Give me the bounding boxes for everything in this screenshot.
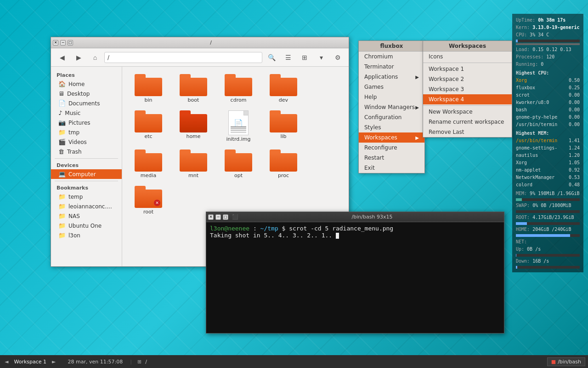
- cpu-bar-white: [516, 43, 580, 45]
- taskbar-left: ◄ Workspace 1 ► 28 mar, ven 11:57:08 | ⊞…: [0, 359, 151, 365]
- terminal-close-button[interactable]: ✕: [208, 214, 214, 220]
- stats-load-row: Load: 0.15 0.12 0.13: [516, 46, 580, 53]
- menu-header: fluxbox: [359, 41, 424, 52]
- taskbar-wm-icon: ⊞: [136, 359, 143, 365]
- music-icon: ♪: [58, 109, 62, 116]
- file-item-media[interactable]: media: [128, 148, 169, 180]
- sidebar-item-ubuntu-one[interactable]: 📁 Ubuntu One: [51, 221, 122, 230]
- terminal-user: l3on: [210, 225, 224, 232]
- sidebar-item-music[interactable]: ♪ Music: [51, 108, 122, 118]
- search-button[interactable]: 🔍: [264, 51, 279, 64]
- menu-item-styles[interactable]: Styles: [359, 122, 424, 132]
- close-button[interactable]: ✕: [53, 40, 58, 46]
- ws-new[interactable]: New Workspace: [423, 107, 512, 117]
- sidebar-item-home[interactable]: 🏠 Home: [51, 79, 122, 89]
- highest-mem-label: Highest MEM:: [516, 130, 580, 137]
- menu-item-exit[interactable]: Exit: [359, 163, 424, 173]
- back-button[interactable]: ◀: [55, 51, 69, 64]
- sidebar-item-leoiannaconc[interactable]: 📁 leoiannaconc....: [51, 201, 122, 211]
- net-label: NET:: [516, 238, 580, 246]
- ws-rename[interactable]: Rename current workspace: [423, 117, 512, 127]
- maximize-button[interactable]: □: [68, 40, 73, 46]
- menu-item-restart[interactable]: Restart: [359, 153, 424, 163]
- menu-item-configuration[interactable]: Configuration: [359, 112, 424, 122]
- terminal-maximize-button[interactable]: □: [223, 214, 228, 220]
- ws-item-3[interactable]: Workspace 3: [423, 84, 512, 94]
- menu-item-workspaces[interactable]: Workspaces ▶: [359, 132, 424, 143]
- menu-item-terminator[interactable]: Terminator: [359, 62, 424, 72]
- ws-icons[interactable]: Icons: [423, 52, 512, 62]
- forward-button[interactable]: ▶: [71, 51, 86, 64]
- terminal-cursor: [336, 233, 339, 239]
- taskbar-sep2: |: [130, 359, 132, 365]
- ws-item-1[interactable]: Workspace 1: [423, 64, 512, 74]
- ws-remove[interactable]: Remove Last: [423, 127, 512, 137]
- net-up-bar-container: [516, 254, 580, 257]
- ws-divider-2: [423, 105, 512, 106]
- submenu-arrow-ws: ▶: [415, 135, 419, 140]
- videos-icon: 🎬: [58, 138, 66, 145]
- workspace-next-btn[interactable]: ►: [51, 359, 57, 365]
- file-item-home[interactable]: home: [173, 109, 214, 144]
- documents-icon: 📄: [58, 100, 66, 107]
- list-view-button[interactable]: ☰: [281, 51, 295, 64]
- terminal-path: ~/tmp: [260, 225, 278, 232]
- mem-proc-nautilus: nautilus1.20: [516, 152, 580, 159]
- location-bar[interactable]: /: [104, 52, 262, 63]
- root-row: ROOT: 4.17GiB/23.9GiB: [516, 214, 580, 221]
- file-item-cdrom[interactable]: cdrom: [218, 72, 259, 105]
- sidebar-item-documents[interactable]: 📄 Documents: [51, 98, 122, 108]
- file-item-opt[interactable]: opt: [218, 148, 259, 180]
- cpu-proc-xorg: Xorg 0.50: [516, 77, 580, 84]
- terminal-minimize-button[interactable]: −: [215, 214, 221, 220]
- terminal-host: neenee: [228, 225, 249, 232]
- menu-item-reconfigure[interactable]: Reconfigure: [359, 143, 424, 153]
- sidebar-item-tmp[interactable]: 📁 tmp: [51, 127, 122, 137]
- file-item-boot[interactable]: boot: [173, 72, 214, 105]
- menu-item-chromium[interactable]: Chromium: [359, 52, 424, 62]
- ws-item-4[interactable]: Workspace 4: [423, 94, 512, 104]
- menu-item-window-managers[interactable]: Window Managers ▶: [359, 102, 424, 112]
- sidebar-item-temp[interactable]: 📁 temp: [51, 192, 122, 201]
- file-item-lib[interactable]: lib: [263, 109, 304, 144]
- submenu-arrow: ▶: [415, 75, 419, 80]
- menu-item-applications[interactable]: Applications ▶: [359, 72, 424, 82]
- terminal-body[interactable]: l3on@neenee : ~/tmp $ scrot -cd 5 radian…: [206, 222, 504, 333]
- taskbar-slash: /: [145, 359, 147, 365]
- file-item-dev[interactable]: dev: [263, 72, 304, 105]
- file-item-bin[interactable]: bin: [128, 72, 169, 105]
- file-item-proc[interactable]: proc: [263, 148, 304, 180]
- sidebar-item-videos[interactable]: 🎬 Videos: [51, 137, 122, 147]
- desktop-icon: 🖥: [58, 90, 64, 97]
- menu-item-help[interactable]: Help: [359, 92, 424, 102]
- places-label: Places: [51, 70, 122, 79]
- sidebar-item-l3on[interactable]: 📁 l3on: [51, 230, 122, 240]
- menu-item-games[interactable]: Games: [359, 82, 424, 92]
- sidebar-item-computer[interactable]: 💻 Computer: [51, 169, 122, 179]
- sidebar-item-desktop[interactable]: 🖥 Desktop: [51, 89, 122, 98]
- workspace-prev-btn[interactable]: ◄: [4, 359, 9, 365]
- taskbar-bash-btn[interactable]: ■ /bin/bash: [547, 357, 585, 366]
- settings-button[interactable]: ⚙: [330, 51, 345, 64]
- file-item-etc[interactable]: etc: [128, 109, 169, 144]
- home-folder-button[interactable]: ⌂: [88, 51, 102, 64]
- file-item-initrd[interactable]: 📄 initrd.img: [218, 109, 259, 144]
- sidebar-item-nas[interactable]: 📁 NAS: [51, 211, 122, 221]
- sort-button[interactable]: ▾: [314, 51, 328, 64]
- cpu-proc-termin: /usr/bin/termin0.00: [516, 121, 580, 128]
- net-down-bar: [516, 266, 517, 269]
- ws-item-2[interactable]: Workspace 2: [423, 74, 512, 84]
- bookmarks-label: Bookmarks: [51, 183, 122, 192]
- sidebar-item-pictures[interactable]: 📷 Pictures: [51, 118, 122, 127]
- ubuntu-one-icon: 📁: [58, 222, 66, 229]
- taskbar-workspace-label: Workspace 1: [11, 359, 49, 365]
- file-item-mnt[interactable]: mnt: [173, 148, 214, 180]
- minimize-button[interactable]: −: [60, 40, 66, 46]
- cpu-bar: [516, 40, 518, 42]
- sidebar-item-trash[interactable]: 🗑 Trash: [51, 147, 122, 156]
- sidebar-divider-1: [55, 158, 118, 159]
- file-item-root[interactable]: ✕ root: [128, 184, 169, 217]
- grid-view-button[interactable]: ⊞: [297, 51, 312, 64]
- terminal-output: Taking shot in 5.. 4.. 3.. 2.. 1..: [210, 232, 500, 239]
- home-icon: 🏠: [58, 80, 66, 87]
